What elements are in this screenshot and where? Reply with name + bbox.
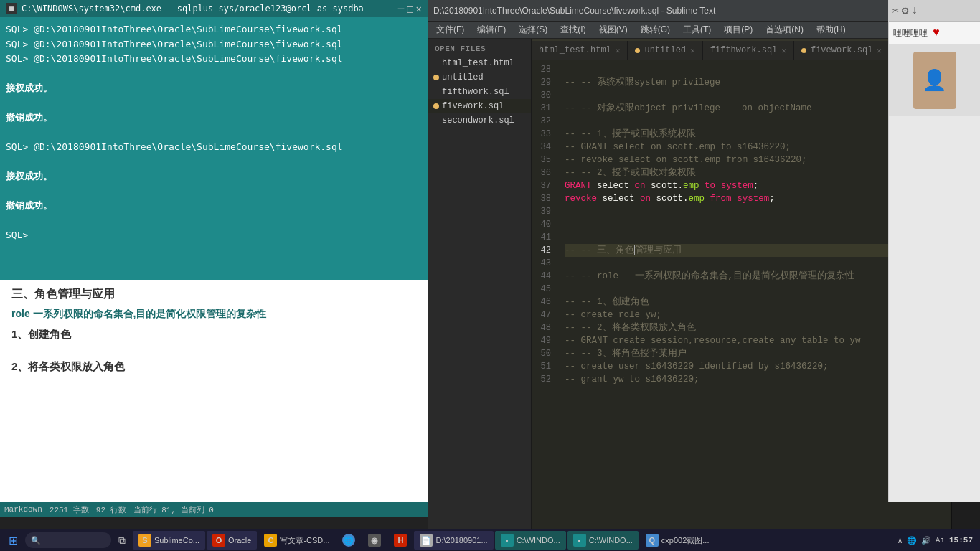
- sidebar-label-untitled: untitled: [442, 72, 484, 83]
- menu-select[interactable]: 选择(S): [513, 22, 553, 37]
- tray-time: 15:57: [949, 536, 973, 545]
- qq-taskbar-icon: Q: [646, 534, 659, 547]
- tab-untitled-dot: [635, 48, 640, 53]
- cmd-title-text: C:\WINDOWS\system32\cmd.exe - sqlplus sy…: [22, 4, 364, 14]
- ln-35: 35: [532, 154, 551, 166]
- tab-fifthwork[interactable]: fifthwork.sql ✕: [703, 41, 794, 60]
- taskbar-oracle-btn[interactable]: O Oracle: [207, 531, 257, 550]
- right-gear-icon[interactable]: ⚙: [902, 4, 909, 18]
- sidebar-dot-fivework: [433, 103, 439, 109]
- right-cut-icon[interactable]: ✂: [892, 4, 899, 18]
- sidebar-file-secondwork[interactable]: secondwork.sql: [428, 113, 531, 128]
- cmd-minimize-btn[interactable]: ─: [398, 3, 404, 14]
- ln-36: 36: [532, 166, 551, 179]
- cmd-statusbar: Markdown 2251 字数 92 行数 当前行 81, 当前列 0: [0, 502, 428, 517]
- tab-untitled-close[interactable]: ✕: [690, 46, 695, 55]
- ln-50: 50: [532, 347, 551, 360]
- menu-preferences[interactable]: 首选项(N): [760, 22, 809, 37]
- tab-html-test-label: html_test.html: [539, 45, 611, 55]
- cmd-line-blank4: [6, 155, 422, 169]
- taskbar-file-btn[interactable]: 📄 D:\20180901...: [414, 531, 493, 550]
- tray-ai-label[interactable]: Ai: [936, 536, 945, 545]
- menu-edit[interactable]: 编辑(E): [471, 22, 512, 37]
- right-avatar-area: 👤: [889, 44, 980, 116]
- sidebar-file-untitled[interactable]: untitled: [428, 70, 531, 85]
- right-label-text: 哩哩哩哩 ♥: [889, 22, 980, 44]
- sidebar-dot-html: [433, 60, 439, 66]
- ln-31: 31: [532, 102, 551, 115]
- tray-volume-icon[interactable]: 🔊: [921, 536, 931, 545]
- sidebar-file-fifthwork[interactable]: fifthwork.sql: [428, 85, 531, 99]
- app-container: ■ C:\WINDOWS\system32\cmd.exe - sqlplus …: [0, 0, 980, 551]
- cmd-maximize-btn[interactable]: □: [407, 3, 413, 14]
- tray-network-icon[interactable]: 🌐: [907, 536, 917, 545]
- sidebar: OPEN FILES html_test.html untitled fifth…: [428, 39, 532, 551]
- tab-fivework-close[interactable]: ✕: [877, 46, 882, 55]
- sidebar-label-html: html_test.html: [442, 58, 514, 68]
- sidebar-label-fivework: fivework.sql: [442, 101, 504, 111]
- taskbar-cmd2-btn[interactable]: ▪ C:\WINDO...: [567, 531, 639, 550]
- cmd-line-2: SQL> @D:\20180901IntoThree\Oracle\SubLim…: [6, 52, 422, 66]
- ln-28: 28: [532, 63, 551, 76]
- menu-project[interactable]: 项目(P): [718, 22, 758, 37]
- tray-up-arrow[interactable]: ∧: [897, 536, 903, 545]
- ln-52: 52: [532, 373, 551, 386]
- menu-find[interactable]: 查找(I): [555, 22, 591, 37]
- cmd-line-success1: 接权成功。: [6, 81, 422, 95]
- tab-fifthwork-close[interactable]: ✕: [781, 46, 786, 55]
- cmd-icon: ■: [6, 3, 17, 14]
- tab-untitled[interactable]: untitled ✕: [628, 41, 702, 60]
- cmd-line-blank1: [6, 67, 422, 81]
- cmd-titlebar: ■ C:\WINDOWS\system32\cmd.exe - sqlplus …: [0, 0, 428, 17]
- taskbar-oracle-label: Oracle: [228, 536, 251, 545]
- ln-42: 42: [532, 244, 551, 257]
- cmd-line-blank5: [6, 184, 422, 199]
- ln-48: 48: [532, 321, 551, 334]
- cmd-line-0: SQL> @D:\20180901IntoThree\Oracle\SubLim…: [6, 22, 422, 37]
- taskbar-qq-btn[interactable]: Q cxp002截图...: [640, 531, 715, 550]
- tab-fivework-dot: [801, 48, 806, 53]
- sidebar-label-secondwork: secondwork.sql: [442, 116, 514, 126]
- taskbar-csd-label: 写文章-CSD...: [280, 535, 329, 546]
- sidebar-file-html-test[interactable]: html_test.html: [428, 56, 531, 70]
- doc-role-line: role 一系列权限的命名集合,目的是简化权限管理的复杂性: [11, 308, 416, 321]
- taskbar-chrome-btn[interactable]: 🌐: [336, 531, 361, 550]
- tab-fivework[interactable]: fivework.sql ✕: [794, 41, 890, 60]
- menu-tools[interactable]: 工具(T): [677, 22, 717, 37]
- right-avatar: 👤: [913, 52, 956, 109]
- right-toolbar: ✂ ⚙ ↓: [889, 0, 980, 22]
- menu-view[interactable]: 视图(V): [593, 22, 633, 37]
- ln-45: 45: [532, 283, 551, 296]
- cmd-line-blank2: [6, 96, 422, 110]
- taskbar-search[interactable]: 🔍: [25, 532, 111, 548]
- cmd-line-cursor: SQL>: [6, 228, 422, 242]
- cmd-close-btn[interactable]: ✕: [416, 3, 422, 14]
- task-view-btn[interactable]: ⧉: [113, 531, 131, 550]
- taskbar-sublime-btn[interactable]: S SublimeCo...: [133, 531, 205, 550]
- taskbar-cmd1-btn[interactable]: ▪ C:\WINDO...: [495, 531, 566, 550]
- sidebar-file-fivework[interactable]: fivework.sql: [428, 99, 531, 113]
- right-deco-panel: ✂ ⚙ ↓ 哩哩哩哩 ♥ 👤: [888, 0, 980, 502]
- right-down-icon[interactable]: ↓: [911, 4, 918, 17]
- taskbar-item5-btn[interactable]: ◉: [362, 531, 387, 550]
- tab-html-test-close[interactable]: ✕: [616, 46, 621, 55]
- doc-heading: 三、角色管理与应用: [11, 287, 416, 302]
- cmd-line-blank3: [6, 126, 422, 140]
- menu-goto[interactable]: 跳转(G): [635, 22, 676, 37]
- ln-49: 49: [532, 334, 551, 347]
- cmd-lines-count: 92 行数: [96, 504, 126, 515]
- menu-help[interactable]: 帮助(H): [811, 22, 852, 37]
- ln-37: 37: [532, 179, 551, 192]
- menu-file[interactable]: 文件(F): [430, 22, 470, 37]
- cmd-mode: Markdown: [4, 505, 42, 514]
- doc-panel: 三、角色管理与应用 role 一系列权限的命名集合,目的是简化权限管理的复杂性 …: [0, 280, 428, 502]
- item6-taskbar-icon: H: [394, 534, 407, 547]
- cmd-line-cancel1: 撤销成功。: [6, 110, 422, 125]
- taskbar-item6-btn[interactable]: H: [388, 531, 413, 550]
- taskbar-qq-label: cxp002截图...: [661, 535, 710, 546]
- tab-html-test[interactable]: html_test.html ✕: [532, 41, 628, 60]
- taskbar-csd-btn[interactable]: C 写文章-CSD...: [258, 531, 335, 550]
- ln-40: 40: [532, 218, 551, 231]
- chrome-taskbar-icon: 🌐: [342, 534, 355, 547]
- start-button[interactable]: ⊞: [3, 531, 24, 550]
